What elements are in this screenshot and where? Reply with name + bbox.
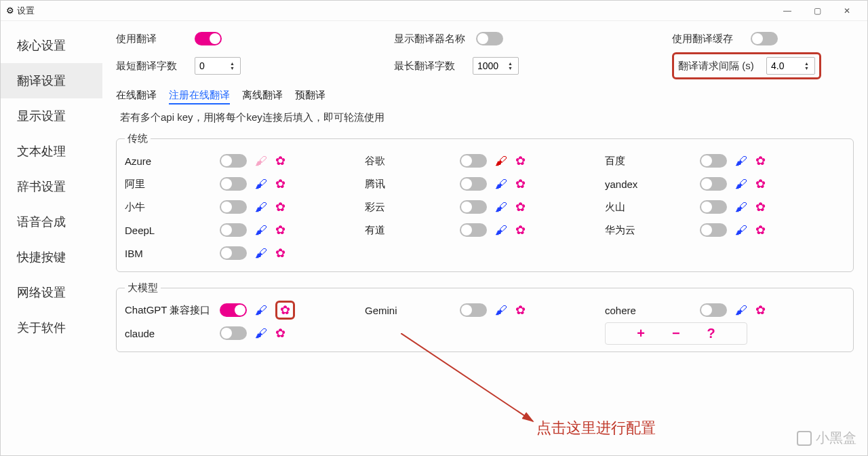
brush-icon[interactable]: 🖌 [495,200,507,214]
service-label: ChatGPT 兼容接口 [125,304,220,317]
service-cell: 彩云🖌✿ [365,195,605,218]
service-toggle[interactable] [460,200,487,214]
service-toggle[interactable] [700,177,727,191]
sidebar-item-4[interactable]: 辞书设置 [1,169,102,204]
brush-icon[interactable]: 🖌 [735,154,747,168]
tab-1[interactable]: 注册在线翻译 [169,89,230,104]
brush-icon[interactable]: 🖌 [255,154,267,168]
brush-icon[interactable]: 🖌 [255,223,267,238]
service-cell: Azure🖌✿ [125,149,365,172]
gear-icon[interactable]: ✿ [275,246,285,261]
maximize-button[interactable]: ▢ [802,1,832,20]
sidebar-item-7[interactable]: 网络设置 [1,275,102,310]
service-controls: 🖌✿ [460,303,526,318]
tab-2[interactable]: 离线翻译 [242,89,283,104]
sidebar-item-3[interactable]: 文本处理 [1,134,102,169]
gear-icon[interactable]: ✿ [755,200,766,214]
brush-icon[interactable]: 🖌 [255,246,267,261]
service-toggle[interactable] [700,154,727,168]
brush-icon[interactable]: 🖌 [255,303,267,318]
sidebar-item-8[interactable]: 关于软件 [1,310,102,345]
gear-icon: ⚙ [6,5,14,16]
gear-icon[interactable]: ✿ [515,303,526,318]
service-toggle[interactable] [220,246,247,260]
service-controls: 🖌✿ [700,223,766,238]
interval-input[interactable]: 4.0 ▲▼ [766,57,815,75]
sidebar-item-0[interactable]: 核心设置 [1,28,102,63]
min-chars-input[interactable]: 0 ▲▼ [195,57,241,75]
show-translator-name-toggle[interactable] [476,32,503,45]
service-label: claude [125,328,220,339]
brush-icon[interactable]: 🖌 [495,303,507,318]
use-translate-toggle[interactable] [195,32,222,45]
brush-icon[interactable]: 🖌 [255,326,267,341]
gear-icon[interactable]: ✿ [275,153,285,168]
service-controls: 🖌✿ [460,176,526,191]
minimize-button[interactable]: — [772,1,802,20]
service-cell: claude🖌✿ [125,322,365,345]
service-label: Azure [125,155,220,167]
brush-icon[interactable]: 🖌 [735,177,747,191]
sidebar-item-6[interactable]: 快捷按键 [1,240,102,275]
gear-icon[interactable]: ✿ [275,200,285,214]
service-cell [605,242,845,265]
service-toggle[interactable] [220,200,247,214]
service-toggle[interactable] [460,223,487,237]
service-cell: 有道🖌✿ [365,218,605,242]
brush-icon[interactable]: 🖌 [255,177,267,191]
service-toggle[interactable] [700,200,727,214]
add-button[interactable]: + [637,326,645,341]
service-toggle[interactable] [220,303,247,317]
brush-icon[interactable]: 🖌 [255,200,267,214]
gear-icon[interactable]: ✿ [275,223,285,238]
brush-icon[interactable]: 🖌 [735,303,747,318]
service-toggle[interactable] [220,177,247,191]
remove-button[interactable]: − [672,326,680,341]
service-toggle[interactable] [220,154,247,168]
service-row: claude🖌✿+−? [125,322,845,345]
gear-icon[interactable]: ✿ [515,223,526,238]
tab-0[interactable]: 在线翻译 [116,89,157,104]
use-translate-label: 使用翻译 [116,33,184,45]
service-toggle[interactable] [220,223,247,237]
service-controls: 🖌✿ [700,303,766,318]
sidebar-item-5[interactable]: 语音合成 [1,204,102,240]
gear-icon[interactable]: ✿ [755,223,766,238]
tab-3[interactable]: 预翻译 [295,89,326,104]
gear-icon[interactable]: ✿ [515,200,526,214]
service-toggle[interactable] [700,223,727,237]
service-toggle[interactable] [460,154,487,168]
brush-icon[interactable]: 🖌 [495,223,507,238]
use-cache-label: 使用翻译缓存 [672,33,740,45]
service-toggle[interactable] [220,326,247,340]
service-row: ChatGPT 兼容接口🖌✿Gemini🖌✿cohere🖌✿ [125,299,845,322]
use-cache-toggle[interactable] [751,32,778,45]
gear-icon[interactable]: ✿ [755,176,766,191]
gear-icon[interactable]: ✿ [275,176,285,191]
gear-icon[interactable]: ✿ [515,176,526,191]
service-row: Azure🖌✿谷歌🖌✿百度🖌✿ [125,149,845,172]
window-title: 设置 [17,5,772,17]
gear-icon[interactable]: ✿ [280,303,290,318]
help-button[interactable]: ? [707,326,715,341]
service-actions: +−? [605,322,747,345]
brush-icon[interactable]: 🖌 [735,200,747,214]
service-cell: 谷歌🖌✿ [365,149,605,172]
service-toggle[interactable] [460,303,487,317]
service-toggle[interactable] [460,177,487,191]
service-controls: 🖌✿ [460,223,526,238]
service-toggle[interactable] [700,303,727,317]
close-button[interactable]: ✕ [832,1,862,20]
gear-icon[interactable]: ✿ [755,153,766,168]
gear-icon[interactable]: ✿ [515,153,526,168]
brush-icon[interactable]: 🖌 [495,154,507,168]
sidebar-item-2[interactable]: 显示设置 [1,98,102,134]
watermark-text: 小黑盒 [816,429,856,447]
service-label: 彩云 [365,201,460,214]
max-chars-input[interactable]: 1000 ▲▼ [473,57,519,75]
gear-icon[interactable]: ✿ [755,303,766,318]
sidebar-item-1[interactable]: 翻译设置 [1,63,102,98]
gear-icon[interactable]: ✿ [275,326,285,341]
brush-icon[interactable]: 🖌 [495,177,507,191]
brush-icon[interactable]: 🖌 [735,223,747,238]
